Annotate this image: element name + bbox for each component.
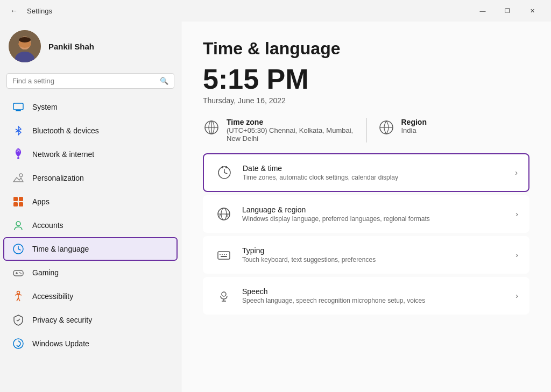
- search-icon: 🔍: [160, 77, 168, 85]
- svg-rect-5: [13, 103, 23, 110]
- sidebar-item-accessibility[interactable]: Accessibility: [3, 284, 178, 308]
- sidebar-item-system[interactable]: System: [3, 95, 178, 119]
- current-time: 5:15 PM: [203, 63, 529, 95]
- nav-label-personalization: Personalization: [32, 174, 84, 182]
- nav-label-time-language: Time & language: [32, 245, 89, 253]
- typing-desc: Touch keyboard, text suggestions, prefer…: [242, 256, 507, 263]
- language-region-desc: Windows display language, preferred lang…: [242, 215, 507, 223]
- sidebar-item-bluetooth[interactable]: Bluetooth & devices: [3, 119, 178, 142]
- time-icon: [12, 243, 25, 255]
- settings-item-speech[interactable]: Speech Speech language, speech recogniti…: [203, 277, 529, 315]
- search-input[interactable]: [12, 77, 156, 85]
- settings-item-date-time[interactable]: Date & time Time zones, automatic clock …: [203, 153, 529, 192]
- personalization-icon: [12, 172, 25, 184]
- chevron-right-icon: ›: [515, 251, 518, 259]
- svg-text:文: 文: [225, 213, 229, 218]
- timezone-icon: [203, 119, 220, 136]
- sidebar-item-network[interactable]: Network & internet: [3, 142, 178, 166]
- chevron-right-icon: ›: [515, 291, 518, 300]
- title-bar-title: Settings: [27, 7, 52, 15]
- sidebar-item-gaming[interactable]: Gaming: [3, 261, 178, 284]
- title-bar: ← Settings — ❐ ✕: [0, 0, 551, 22]
- main-layout: Pankil Shah 🔍 System Bluetooth & devices…: [0, 22, 551, 392]
- timezone-text: Time zone (UTC+05:30) Chennai, Kolkata, …: [227, 118, 355, 142]
- svg-point-4: [19, 37, 31, 42]
- speech-title: Speech: [242, 287, 507, 296]
- nav-list: System Bluetooth & devices Network & int…: [0, 95, 181, 355]
- sidebar-item-privacy-security[interactable]: Privacy & security: [3, 308, 178, 332]
- svg-point-8: [17, 157, 19, 159]
- nav-label-privacy-security: Privacy & security: [32, 316, 92, 324]
- search-container: 🔍: [0, 73, 181, 95]
- network-icon: [12, 148, 25, 161]
- nav-label-gaming: Gaming: [32, 268, 59, 277]
- svg-rect-46: [218, 252, 230, 259]
- date-time-text: Date & time Time zones, automatic clock …: [243, 164, 506, 181]
- svg-point-14: [16, 222, 20, 226]
- nav-label-bluetooth: Bluetooth & devices: [32, 126, 99, 135]
- svg-line-38: [224, 173, 227, 174]
- svg-point-9: [19, 174, 23, 177]
- chevron-right-icon: ›: [515, 210, 518, 218]
- settings-item-language-region[interactable]: A文 Language & region Windows display lan…: [203, 195, 529, 233]
- current-date: Thursday, June 16, 2022: [203, 96, 529, 105]
- svg-rect-12: [13, 202, 18, 206]
- accessibility-icon: [12, 290, 25, 303]
- timezone-value: (UTC+05:30) Chennai, Kolkata, Mumbai, Ne…: [227, 126, 355, 142]
- settings-item-typing[interactable]: Typing Touch keyboard, text suggestions,…: [203, 236, 529, 274]
- svg-point-52: [222, 292, 226, 296]
- gaming-icon: [12, 266, 25, 279]
- timezone-label: Time zone: [227, 118, 355, 126]
- svg-rect-10: [13, 197, 18, 201]
- svg-point-21: [19, 272, 20, 273]
- typing-text: Typing Touch keyboard, text suggestions,…: [242, 246, 507, 263]
- speech-text: Speech Speech language, speech recogniti…: [242, 287, 507, 304]
- back-button[interactable]: ←: [6, 3, 22, 18]
- sidebar-item-apps[interactable]: Apps: [3, 190, 178, 213]
- nav-label-accessibility: Accessibility: [32, 292, 73, 301]
- svg-rect-39: [222, 166, 223, 168]
- user-profile[interactable]: Pankil Shah: [0, 22, 181, 73]
- system-icon: [12, 101, 25, 113]
- sidebar: Pankil Shah 🔍 System Bluetooth & devices…: [0, 22, 181, 392]
- svg-rect-11: [19, 197, 23, 201]
- title-bar-left: ← Settings: [6, 3, 52, 18]
- accounts-icon: [12, 219, 25, 232]
- sidebar-item-windows-update[interactable]: Windows Update: [3, 332, 178, 355]
- svg-point-23: [17, 291, 20, 294]
- sidebar-item-personalization[interactable]: Personalization: [3, 166, 178, 190]
- speech-desc: Speech language, speech recognition micr…: [242, 297, 507, 304]
- bluetooth-icon: [12, 124, 25, 137]
- privacy-icon: [12, 313, 25, 326]
- svg-point-22: [20, 273, 22, 274]
- svg-line-17: [18, 249, 20, 250]
- region-label: Region: [401, 118, 427, 126]
- apps-icon: [12, 195, 25, 208]
- region-icon: [378, 119, 395, 136]
- page-title: Time & language: [203, 39, 529, 59]
- date-time-desc: Time zones, automatic clock settings, ca…: [243, 174, 506, 181]
- close-button[interactable]: ✕: [520, 2, 545, 19]
- svg-rect-13: [19, 202, 23, 206]
- user-name: Pankil Shah: [48, 42, 94, 51]
- sidebar-item-accounts[interactable]: Accounts: [3, 213, 178, 237]
- region-text: Region India: [401, 118, 427, 134]
- svg-rect-18: [13, 270, 23, 276]
- nav-label-apps: Apps: [32, 197, 50, 206]
- language-region-text: Language & region Windows display langua…: [242, 205, 507, 223]
- language-region-title: Language & region: [242, 205, 507, 214]
- typing-icon: [214, 245, 234, 265]
- minimize-button[interactable]: —: [470, 2, 495, 19]
- search-box[interactable]: 🔍: [6, 73, 174, 89]
- svg-line-28: [18, 319, 20, 321]
- window-controls: — ❐ ✕: [470, 2, 545, 19]
- date-time-title: Date & time: [243, 164, 506, 173]
- speech-icon: [214, 286, 234, 305]
- region-value: India: [401, 126, 427, 134]
- language-region-icon: A文: [214, 204, 234, 224]
- svg-line-27: [17, 320, 18, 321]
- sidebar-item-time-language[interactable]: Time & language: [3, 237, 178, 261]
- maximize-button[interactable]: ❐: [495, 2, 520, 19]
- date-time-icon: [215, 163, 234, 182]
- info-row: Time zone (UTC+05:30) Chennai, Kolkata, …: [203, 118, 529, 142]
